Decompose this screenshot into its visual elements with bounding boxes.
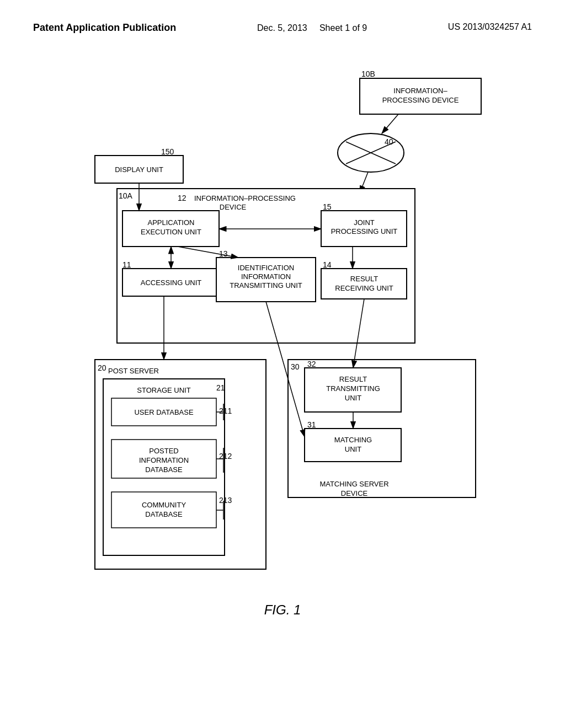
label-13: 13 [219, 249, 228, 258]
text-accessing: ACCESSING UNIT [141, 279, 202, 287]
date-label: Dec. 5, 2013 [257, 23, 307, 33]
header-right: US 2013/0324257 A1 [448, 22, 532, 32]
text-posted-db-2: INFORMATION [139, 456, 189, 464]
text-result-trans-3: UNIT [345, 394, 361, 402]
text-10B-line1: INFORMATION– [393, 87, 447, 95]
label-10A: 10A [119, 191, 133, 200]
figure-label: FIG. 1 [0, 602, 565, 618]
text-post-server: POST SERVER [108, 367, 159, 375]
text-display: DISPLAY UNIT [115, 165, 163, 174]
header-center: Dec. 5, 2013 Sheet 1 of 9 [257, 22, 367, 34]
label-11: 11 [122, 260, 131, 269]
label-30: 30 [291, 362, 300, 371]
header-left: Patent Application Publication [33, 22, 176, 34]
text-ident-2: INFORMATION [241, 272, 291, 281]
text-storage: STORAGE UNIT [137, 386, 190, 394]
arrow-10B-network [382, 114, 398, 133]
text-community-db-1: COMMUNITY [142, 501, 186, 509]
patent-number: US 2013/0324257 A1 [448, 22, 532, 31]
text-posted-db-3: DATABASE [145, 465, 183, 474]
text-result-trans-1: RESULT [339, 375, 367, 383]
header: Patent Application Publication Dec. 5, 2… [0, 0, 565, 45]
label-21: 21 [216, 383, 225, 392]
text-matching-server-1: MATCHING SERVER [319, 480, 388, 488]
label-15: 15 [323, 202, 332, 211]
text-user-db: USER DATABASE [134, 408, 193, 416]
label-10B: 10B [361, 69, 375, 78]
text-result-trans-2: TRANSMITTING [326, 384, 380, 393]
label-14: 14 [323, 260, 332, 269]
label-20: 20 [98, 363, 106, 372]
text-result-recv-1: RESULT [350, 275, 378, 283]
text-joint-2: PROCESSING UNIT [331, 227, 398, 235]
figure-label-text: FIG. 1 [264, 602, 301, 617]
sheet-label: Sheet 1 of 9 [319, 23, 367, 33]
page: Patent Application Publication Dec. 5, 2… [0, 0, 565, 728]
label-150: 150 [161, 147, 174, 156]
text-joint-1: JOINT [354, 218, 375, 227]
text-10B-line2: PROCESSING DEVICE [382, 96, 459, 104]
text-matching-server-2: DEVICE [341, 489, 368, 497]
publication-label: Patent Application Publication [33, 22, 176, 33]
label-213: 213 [219, 496, 232, 505]
text-result-recv-2: RECEIVING UNIT [335, 284, 393, 292]
text-10A-label: INFORMATION–PROCESSING [194, 194, 296, 202]
text-10A-device: DEVICE [220, 203, 247, 211]
diagram-svg: 1 INFORMATION– PROCESSING DEVICE 10B 40 … [67, 62, 498, 591]
text-app-exec-2: EXECUTION UNIT [141, 228, 201, 236]
text-ident-3: TRANSMITTING UNIT [230, 281, 302, 290]
text-ident-1: IDENTIFICATION [238, 264, 294, 272]
label-31: 31 [307, 420, 316, 429]
label-32: 32 [307, 360, 316, 368]
text-posted-db-1: POSTED [149, 447, 178, 455]
label-12-num: 12 [178, 194, 186, 202]
text-matching-2: UNIT [345, 445, 361, 453]
label-211: 211 [219, 406, 232, 415]
text-community-db-2: DATABASE [145, 510, 183, 518]
label-40: 40 [385, 137, 393, 146]
text-app-exec-1: APPLICATION [147, 218, 194, 227]
diagram-container: 1 INFORMATION– PROCESSING DEVICE 10B 40 … [0, 62, 565, 591]
text-matching-1: MATCHING [334, 436, 372, 444]
